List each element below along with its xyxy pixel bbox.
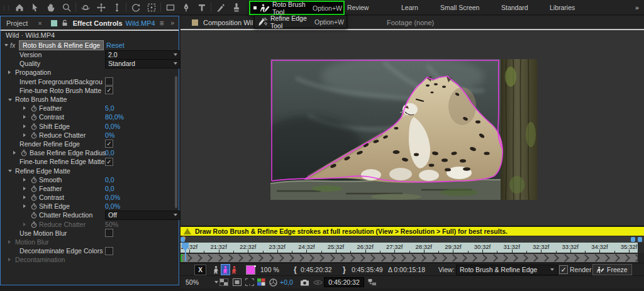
property-checkbox[interactable]: ✓ (105, 140, 113, 148)
property-value[interactable]: 80,0% (105, 113, 124, 121)
roto-span-bar[interactable] (180, 253, 638, 262)
panel-grip[interactable]: ⋮⋮ (1, 4, 10, 11)
effect-twirl-icon[interactable] (4, 44, 8, 47)
panel-menu-icon[interactable]: ≡ (160, 19, 164, 28)
tab-effect-controls[interactable]: Effect Controls (73, 19, 123, 27)
twirl-icon[interactable] (23, 222, 26, 226)
workspace-libraries[interactable]: Libraries (550, 0, 575, 15)
twirl-icon[interactable] (13, 151, 16, 155)
work-area-start-handle[interactable] (180, 237, 185, 242)
clone-stamp-tool[interactable] (228, 1, 244, 14)
stopwatch-icon[interactable] (31, 132, 37, 140)
hand-tool[interactable] (43, 1, 58, 14)
twirl-icon[interactable] (8, 240, 11, 244)
property-checkbox[interactable] (105, 229, 113, 237)
property-checkbox[interactable]: ✓ (105, 86, 113, 94)
property-dropdown[interactable]: Standard (105, 59, 180, 69)
property-value[interactable]: 0% (105, 131, 114, 139)
snapshot-camera-icon[interactable] (300, 276, 309, 288)
twirl-icon[interactable] (8, 70, 11, 74)
pen-tool[interactable] (178, 1, 194, 14)
stopwatch-icon[interactable] (31, 105, 37, 113)
workspace-standard[interactable]: Standard (501, 0, 528, 15)
timeline-end-marker[interactable] (638, 237, 642, 242)
type-tool[interactable] (194, 1, 209, 14)
stopwatch-icon[interactable] (31, 194, 37, 202)
tab-footage[interactable]: Footage (none) (387, 19, 434, 26)
stopwatch-icon[interactable] (31, 221, 37, 229)
twirl-icon[interactable] (23, 115, 26, 119)
rotation-tool[interactable] (128, 1, 143, 14)
menu-item-refine-edge-tool[interactable]: Refine Edge Tool Option+W (254, 15, 347, 28)
toggle-alpha-view-icon[interactable] (212, 265, 220, 275)
effect-controls-target[interactable]: Wild.MP4 (126, 19, 155, 27)
overlay-opacity-value[interactable]: 100 % (260, 263, 279, 276)
workspace-review[interactable]: Review (347, 0, 369, 15)
home-tool[interactable] (11, 1, 27, 14)
span-start-bracket[interactable] (180, 255, 183, 261)
twirl-icon[interactable] (23, 106, 26, 110)
property-value[interactable]: 0,0% (105, 123, 120, 130)
twirl-icon[interactable] (23, 124, 26, 128)
tab-project-close-icon[interactable]: × (38, 19, 42, 27)
zoom-tool[interactable] (58, 1, 74, 14)
toggle-alpha-overlay-icon[interactable] (230, 265, 238, 275)
composition-viewer[interactable] (180, 30, 644, 226)
stopwatch-icon[interactable] (31, 114, 37, 122)
property-value[interactable]: 0,0 (105, 149, 114, 156)
work-area-end-handle[interactable] (631, 237, 635, 242)
twirl-icon[interactable] (8, 258, 11, 261)
stopwatch-icon[interactable] (31, 212, 37, 220)
transparency-grid-icon[interactable] (219, 276, 228, 288)
property-checkbox[interactable] (105, 77, 113, 85)
dolly-camera-tool[interactable] (109, 1, 125, 14)
twirl-icon[interactable] (23, 133, 26, 137)
twirl-icon[interactable] (23, 195, 26, 199)
tab-overflow-icon[interactable]: » (170, 19, 174, 26)
twirl-icon[interactable] (23, 204, 26, 208)
selection-tool[interactable] (27, 1, 43, 14)
panel-scrollbar[interactable] (175, 76, 177, 208)
stopwatch-icon[interactable] (31, 123, 37, 131)
twirl-icon[interactable] (8, 170, 12, 172)
lock-icon[interactable] (62, 19, 68, 26)
effect-name[interactable]: Roto Brush & Refine Edge (19, 40, 104, 50)
property-value[interactable]: 0,0 (105, 185, 114, 192)
view-dropdown[interactable]: Roto Brush & Refine Edge (456, 265, 558, 275)
flowchart-icon[interactable] (368, 276, 377, 288)
twirl-icon[interactable] (23, 178, 26, 182)
boundary-color-swatch[interactable] (246, 265, 255, 275)
stopwatch-icon[interactable] (31, 203, 37, 211)
property-value[interactable]: 0,0% (105, 194, 120, 201)
workspace-overflow-icon[interactable]: » (635, 0, 639, 15)
stopwatch-icon[interactable] (21, 150, 27, 158)
exposure-offset-value[interactable]: +0,0 (280, 276, 293, 288)
show-snapshot-icon[interactable] (313, 276, 323, 288)
effect-reset-link[interactable]: Reset (106, 41, 125, 49)
camera-tool[interactable] (143, 1, 159, 14)
rectangle-tool[interactable] (162, 1, 178, 14)
magnification-dropdown[interactable]: 50% (183, 278, 221, 287)
stopwatch-icon[interactable] (31, 177, 37, 185)
property-dropdown[interactable]: Off (105, 211, 180, 220)
property-checkbox[interactable] (105, 247, 113, 255)
time-ruler[interactable]: 20:32f21:32f22:32f23:32f24:32f25:32f26:3… (180, 243, 638, 253)
brush-tool[interactable] (213, 1, 228, 14)
tab-composition[interactable]: Composition Wil (203, 19, 253, 26)
tab-project[interactable]: Project (6, 19, 28, 27)
pan-camera-tool[interactable] (93, 1, 109, 14)
menu-item-roto-brush-tool[interactable]: Roto Brush Tool Option+W (249, 1, 345, 15)
twirl-icon[interactable] (8, 99, 12, 101)
toggle-alpha-icon[interactable]: X (194, 265, 206, 275)
workspace-learn[interactable]: Learn (401, 0, 418, 15)
in-point-time[interactable]: 0:45:20:32 (301, 263, 332, 276)
region-of-interest-icon[interactable] (245, 276, 254, 288)
render-checkbox[interactable]: ✓ (559, 265, 568, 274)
orbit-camera-tool[interactable] (77, 1, 93, 14)
property-checkbox[interactable]: ✓ (105, 158, 113, 166)
exposure-icon[interactable] (269, 276, 277, 288)
safe-zones-icon[interactable] (233, 276, 242, 288)
property-value[interactable]: 5,0 (105, 104, 114, 112)
stopwatch-icon[interactable] (31, 185, 37, 194)
property-value[interactable]: 0,0 (105, 176, 114, 184)
